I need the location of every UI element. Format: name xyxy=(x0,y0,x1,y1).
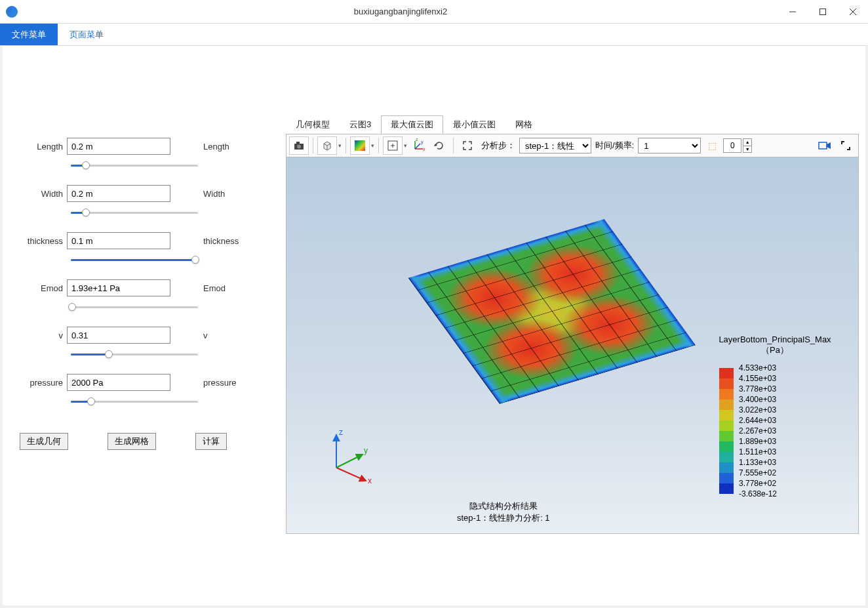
legend-value: 4.155e+03 xyxy=(739,373,777,384)
param-label-pressure: pressure xyxy=(16,378,67,388)
svg-rect-1 xyxy=(820,9,826,14)
generate-mesh-button[interactable]: 生成网格 xyxy=(108,433,156,450)
legend-value: -3.638e-12 xyxy=(739,489,777,499)
legend-seg xyxy=(719,431,734,441)
legend-value: 3.400e+03 xyxy=(739,394,777,405)
legend-value: 2.267e+03 xyxy=(739,426,777,436)
legend-seg xyxy=(719,368,734,378)
viewer-tabs: 几何模型云图3最大值云图最小值云图网格 xyxy=(286,115,859,134)
axis-triad-icon[interactable]: zxy xyxy=(408,136,428,155)
svg-marker-22 xyxy=(827,142,831,149)
window-title: buxiugangbanjinglifenxi2 xyxy=(24,7,778,16)
viewer-toolbar: ▾ ▾ ▾ zxy 分析步： step-1：线性 xyxy=(286,134,859,157)
app-logo xyxy=(0,0,24,24)
legend-seg xyxy=(719,378,734,389)
param-slider-thickness[interactable] xyxy=(71,254,198,265)
viewer-tab-0[interactable]: 几何模型 xyxy=(286,115,340,134)
param-input-v[interactable] xyxy=(67,327,170,344)
param-slider-Emod[interactable] xyxy=(71,302,198,312)
svg-text:z: z xyxy=(339,428,343,437)
param-rlabel-thickness: thickness xyxy=(203,236,239,246)
svg-text:x: x xyxy=(368,476,372,485)
legend-seg xyxy=(719,410,734,420)
svg-rect-5 xyxy=(296,142,300,144)
camera-icon[interactable] xyxy=(289,136,309,155)
legend: LayerBottom_PrincipalS_Max （Pa） 4.533e+0… xyxy=(700,334,850,499)
param-rlabel-v: v xyxy=(203,331,208,340)
title-bar: buxiugangbanjinglifenxi2 xyxy=(0,0,868,24)
legend-value: 1.889e+03 xyxy=(739,436,777,447)
param-input-Width[interactable] xyxy=(67,185,170,202)
viewer-tab-2[interactable]: 最大值云图 xyxy=(381,115,443,134)
spin-up[interactable]: ▲ xyxy=(743,138,752,146)
legend-value: 4.533e+03 xyxy=(739,363,777,373)
param-label-v: v xyxy=(16,331,67,340)
legend-value: 3.778e+02 xyxy=(739,478,777,489)
viewer-canvas[interactable]: z x y 隐式结构分析结果 step-1：线性静力分析: 1 LayerBot… xyxy=(286,157,859,534)
colormap-icon[interactable] xyxy=(350,136,370,155)
param-input-pressure[interactable] xyxy=(67,374,170,391)
param-input-Length[interactable] xyxy=(67,138,170,155)
step-label: 分析步： xyxy=(479,140,518,152)
minimize-button[interactable] xyxy=(778,0,808,24)
legend-seg xyxy=(719,389,734,399)
svg-rect-21 xyxy=(819,142,827,149)
legend-value: 3.778e+03 xyxy=(739,384,777,394)
param-input-thickness[interactable] xyxy=(67,232,170,249)
param-label-Emod: Emod xyxy=(16,283,67,293)
timefreq-select[interactable]: 1 xyxy=(638,138,701,153)
svg-text:z: z xyxy=(416,138,418,142)
generate-geometry-button[interactable]: 生成几何 xyxy=(20,433,68,450)
param-slider-Length[interactable] xyxy=(71,160,198,171)
svg-line-24 xyxy=(336,468,366,481)
svg-point-6 xyxy=(297,145,301,149)
step-select[interactable]: step-1：线性 xyxy=(519,138,591,153)
triad-icon: z x y xyxy=(323,428,382,487)
param-rlabel-Width: Width xyxy=(203,189,225,199)
compute-button[interactable]: 计算 xyxy=(195,433,227,450)
legend-seg xyxy=(719,420,734,431)
expand-icon[interactable] xyxy=(458,136,477,155)
legend-seg xyxy=(719,483,734,494)
param-label-thickness: thickness xyxy=(16,236,67,246)
fullscreen-icon[interactable] xyxy=(836,136,856,155)
maximize-button[interactable] xyxy=(808,0,838,24)
param-slider-v[interactable] xyxy=(71,349,198,359)
param-label-Length: Length xyxy=(16,142,67,152)
legend-seg xyxy=(719,473,734,483)
link-icon[interactable]: ⬚ xyxy=(702,136,722,155)
svg-text:y: y xyxy=(364,446,368,455)
param-rlabel-pressure: pressure xyxy=(203,378,237,388)
param-slider-pressure[interactable] xyxy=(71,396,198,407)
contour-plate xyxy=(408,219,696,404)
param-slider-Width[interactable] xyxy=(71,207,198,218)
svg-line-25 xyxy=(336,455,363,468)
parameter-panel: Length Length Width Width thickness thic… xyxy=(16,138,278,450)
main-area: Length Length Width Width thickness thic… xyxy=(3,46,865,605)
viewer-tab-1[interactable]: 云图3 xyxy=(340,115,381,134)
viewer-panel: 几何模型云图3最大值云图最小值云图网格 ▾ ▾ ▾ zxy xyxy=(286,115,859,592)
menu-file[interactable]: 文件菜单 xyxy=(0,24,58,45)
legend-value: 1.133e+03 xyxy=(739,457,777,468)
svg-text:x: x xyxy=(423,147,425,152)
menu-page[interactable]: 页面菜单 xyxy=(58,24,115,45)
param-rlabel-Emod: Emod xyxy=(203,283,226,293)
cube-view-icon[interactable] xyxy=(317,136,337,155)
fit-view-icon[interactable] xyxy=(383,136,403,155)
refresh-icon[interactable] xyxy=(429,136,449,155)
param-input-Emod[interactable] xyxy=(67,279,170,296)
legend-seg xyxy=(719,462,734,473)
legend-value: 3.022e+03 xyxy=(739,405,777,415)
legend-value: 2.644e+03 xyxy=(739,415,777,426)
frame-spin[interactable] xyxy=(723,138,741,153)
viewer-tab-4[interactable]: 网格 xyxy=(505,115,542,134)
legend-seg xyxy=(719,399,734,410)
param-label-Width: Width xyxy=(16,189,67,199)
close-button[interactable] xyxy=(838,0,868,24)
svg-text:y: y xyxy=(421,140,424,145)
svg-line-16 xyxy=(415,144,420,149)
param-rlabel-Length: Length xyxy=(203,142,229,152)
spin-down[interactable]: ▼ xyxy=(743,146,752,153)
viewer-tab-3[interactable]: 最小值云图 xyxy=(443,115,505,134)
video-icon[interactable] xyxy=(815,136,835,155)
